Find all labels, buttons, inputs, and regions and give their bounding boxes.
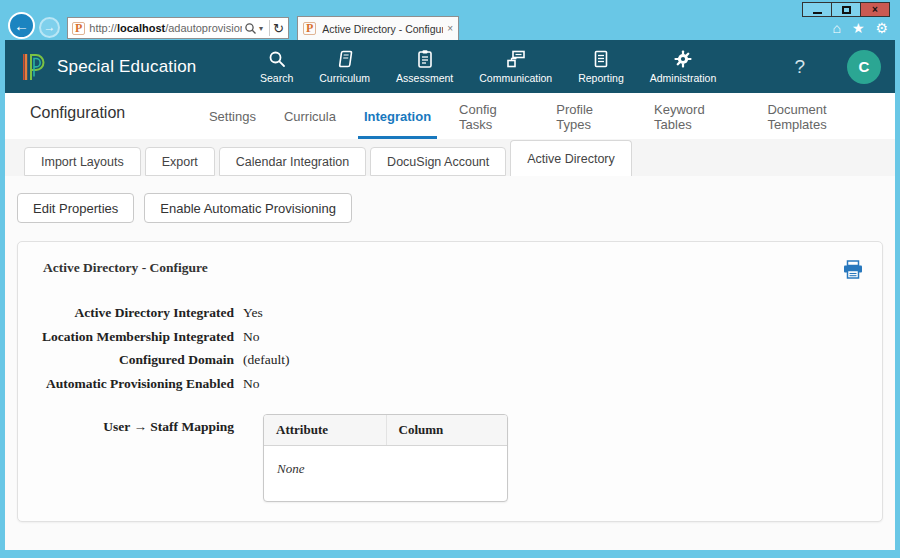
field-label: Configured Domain [18,353,234,367]
settings-gear-icon[interactable]: ⚙ [875,21,888,35]
tab-config-tasks[interactable]: Config Tasks [453,93,534,139]
subtab-import-layouts[interactable]: Import Layouts [24,147,141,176]
subtab-active-directory[interactable]: Active Directory [510,140,632,176]
nav-assessment[interactable]: Assessment [383,49,466,84]
close-icon: × [872,5,878,15]
back-arrow-icon: ← [14,17,29,34]
address-bar[interactable]: P http://localhost/adautoprovision.asp ▾… [67,17,289,39]
home-icon[interactable]: ⌂ [832,21,840,35]
nav-administration[interactable]: Administration [637,49,730,84]
subtab-docusign-account[interactable]: DocuSign Account [370,147,506,176]
user-staff-mapping: User → Staff Mapping Attribute Column No… [18,420,882,502]
field-row: Automatic Provisioning Enabled No [18,377,882,391]
field-value: Yes [243,306,263,320]
field-label: Active Directory Integrated [18,306,234,320]
close-button[interactable]: × [860,2,890,17]
field-value: No [243,330,260,344]
clipboard-icon [415,49,435,69]
mapping-empty-state: None [264,446,507,501]
gear-icon [673,49,693,69]
search-icon [267,49,287,69]
field-row: Configured Domain (default) [18,353,882,367]
subtab-calendar-integration[interactable]: Calendar Integration [219,147,366,176]
forward-button[interactable]: → [39,17,60,38]
forward-arrow-icon: → [44,20,56,34]
panel-title: Active Directory - Configure [43,260,208,276]
tab-close-icon[interactable]: × [447,23,453,34]
column-header-column: Column [386,415,508,445]
maximize-button[interactable] [831,2,861,17]
back-button[interactable]: ← [8,12,35,39]
search-icon[interactable] [244,22,257,35]
config-tabs: Settings Curricula Integration Config Ta… [195,93,895,139]
mapping-label: User → Staff Mapping [18,420,234,502]
tab-keyword-tables[interactable]: Keyword Tables [648,93,745,139]
minimize-button[interactable] [802,2,832,17]
app-viewport: Special Education Search Curriculum Asse… [5,40,895,550]
browser-window: × ← → P http://localhost/adautoprovision… [0,0,900,558]
book-icon [335,49,355,69]
field-label: Location Membership Integrated [18,330,234,344]
mapping-table: Attribute Column None [263,414,508,502]
url-text[interactable]: http://localhost/adautoprovision.asp [89,22,242,34]
help-button[interactable]: ? [794,56,805,78]
edit-properties-button[interactable]: Edit Properties [17,193,134,223]
app-header: Special Education Search Curriculum Asse… [5,40,895,93]
browser-tab[interactable]: P Active Directory - Configure × [297,16,459,40]
field-row: Active Directory Integrated Yes [18,306,882,320]
field-value: No [243,377,260,391]
field-value: (default) [243,353,289,367]
print-button[interactable] [842,260,864,280]
browser-chrome: ← → P http://localhost/adautoprovision.a… [0,16,900,40]
nav-search[interactable]: Search [247,49,306,84]
document-icon [591,49,611,69]
url-dropdown-icon[interactable]: ▾ [259,24,263,33]
maximize-icon [842,6,851,14]
titlebar: × [0,0,900,16]
enable-automatic-provisioning-button[interactable]: Enable Automatic Provisioning [144,193,352,223]
field-label: Automatic Provisioning Enabled [18,377,234,391]
app-logo [21,52,47,82]
site-favicon: P [72,22,85,35]
ie-toolbar: ⌂ ★ ⚙ [832,21,888,35]
app-title: Special Education [57,57,247,77]
integration-subtabs: Import Layouts Export Calendar Integrati… [5,139,895,176]
url-divider [269,20,270,36]
browser-tab-title: Active Directory - Configure [322,23,443,35]
page-title: Configuration [30,104,175,122]
config-header-row: Configuration Settings Curricula Integra… [5,93,895,139]
field-row: Location Membership Integrated No [18,330,882,344]
refresh-icon[interactable]: ↻ [273,21,284,36]
favorites-star-icon[interactable]: ★ [852,21,865,35]
user-avatar[interactable]: C [847,50,881,84]
action-buttons: Edit Properties Enable Automatic Provisi… [17,193,883,223]
tab-settings[interactable]: Settings [203,93,262,139]
nav-reporting[interactable]: Reporting [565,49,637,84]
communication-icon [506,49,526,69]
tab-favicon: P [303,22,316,35]
window-controls: × [803,2,890,17]
column-header-attribute: Attribute [264,415,386,445]
tab-profile-types[interactable]: Profile Types [550,93,632,139]
page-content: Edit Properties Enable Automatic Provisi… [5,193,895,522]
tab-curricula[interactable]: Curricula [278,93,342,139]
config-fields: Active Directory Integrated Yes Location… [18,306,882,390]
main-nav: Search Curriculum Assessment Communicati… [247,49,729,84]
ad-configure-panel: Active Directory - Configure Active Dire… [17,241,883,522]
mapping-table-header: Attribute Column [264,415,507,446]
nav-communication[interactable]: Communication [466,49,565,84]
tab-integration[interactable]: Integration [358,93,437,139]
minimize-icon [813,12,822,14]
printer-icon [842,260,864,280]
nav-curriculum[interactable]: Curriculum [306,49,383,84]
tab-document-templates[interactable]: Document Templates [761,93,887,139]
subtab-export[interactable]: Export [145,147,215,176]
